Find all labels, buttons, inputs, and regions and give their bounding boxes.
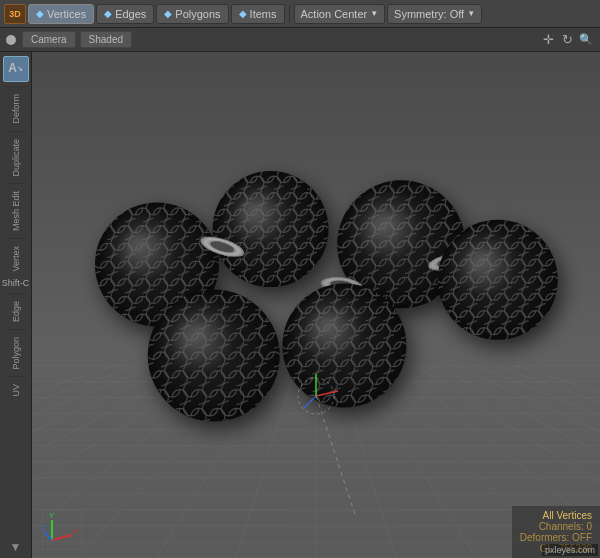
- move-icon[interactable]: ✛: [540, 32, 556, 48]
- axis-indicator: X Y Z: [42, 510, 82, 550]
- polygons-icon: ◆: [164, 8, 172, 19]
- main-layout: A↘ Deform Duplicate Mesh Edit Vertex Shi…: [0, 52, 600, 558]
- symmetry-label: Symmetry: Off: [394, 8, 464, 20]
- viewport-icons: ✛ ↻ 🔍: [540, 32, 594, 48]
- sidebar-sep-7: [4, 376, 28, 377]
- sidebar-sep-6: [4, 329, 28, 330]
- tab-vertices[interactable]: ◆ Vertices: [28, 4, 94, 24]
- tool-edge-label[interactable]: Edge: [11, 298, 21, 325]
- svg-line-0: [52, 535, 72, 540]
- tool-uv-label[interactable]: UV: [11, 381, 21, 400]
- tab-items[interactable]: ◆ Items: [231, 4, 285, 24]
- camera-button[interactable]: Camera: [22, 31, 76, 48]
- sidebar-bottom-arrow[interactable]: ▼: [10, 540, 22, 554]
- svg-text:Z: Z: [42, 523, 47, 532]
- sidebar-sep-4: [4, 238, 28, 239]
- tool-mesh-edit-label[interactable]: Mesh Edit: [11, 188, 21, 234]
- edges-icon: ◆: [104, 8, 112, 19]
- svg-line-4: [44, 532, 52, 540]
- viewport[interactable]: All Vertices Channels: 0 Deformers: OFF …: [32, 52, 600, 558]
- shift-c-label[interactable]: Shift-C: [1, 277, 31, 289]
- vertices-icon: ◆: [36, 8, 44, 19]
- view-indicator: [6, 35, 16, 45]
- watermark: pxleyes.com: [542, 544, 598, 556]
- tool-duplicate-label[interactable]: Duplicate: [11, 136, 21, 180]
- polygons-label: Polygons: [175, 8, 220, 20]
- tool-vertex-label[interactable]: Vertex: [11, 243, 21, 275]
- sidebar-sep-5: [4, 293, 28, 294]
- items-label: Items: [250, 8, 277, 20]
- tab-edges[interactable]: ◆ Edges: [96, 4, 154, 24]
- tool-select[interactable]: A↘: [3, 56, 29, 82]
- svg-text:Y: Y: [49, 511, 55, 520]
- toolbar-separator-1: [289, 5, 290, 23]
- status-line-3: Deformers: OFF: [520, 532, 592, 543]
- status-line-2: Channels: 0: [520, 521, 592, 532]
- sidebar-sep-1: [4, 86, 28, 87]
- symmetry-dropdown[interactable]: Symmetry: Off ▼: [387, 4, 482, 24]
- shaded-label: Shaded: [89, 34, 123, 45]
- tool-deform-label[interactable]: Deform: [11, 91, 21, 127]
- svg-text:X: X: [73, 527, 79, 536]
- shaded-button[interactable]: Shaded: [80, 31, 132, 48]
- top-toolbar: 3D ◆ Vertices ◆ Edges ◆ Polygons ◆ Items…: [0, 0, 600, 28]
- edges-label: Edges: [115, 8, 146, 20]
- tool-polygon-label[interactable]: Polygon: [11, 334, 21, 373]
- sidebar-sep-3: [4, 183, 28, 184]
- viewport-canvas: [32, 52, 600, 558]
- second-toolbar: Camera Shaded ✛ ↻ 🔍: [0, 28, 600, 52]
- symmetry-arrow-icon: ▼: [467, 9, 475, 18]
- logo-btn[interactable]: 3D: [4, 4, 26, 24]
- items-icon: ◆: [239, 8, 247, 19]
- zoom-icon[interactable]: 🔍: [578, 32, 594, 48]
- dropdown-arrow-icon: ▼: [370, 9, 378, 18]
- status-line-1: All Vertices: [520, 510, 592, 521]
- watermark-text: pxleyes.com: [545, 545, 595, 555]
- vertices-label: Vertices: [47, 8, 86, 20]
- rotate-icon[interactable]: ↻: [559, 32, 575, 48]
- action-center-label: Action Center: [301, 8, 368, 20]
- camera-label: Camera: [31, 34, 67, 45]
- tab-polygons[interactable]: ◆ Polygons: [156, 4, 228, 24]
- left-sidebar: A↘ Deform Duplicate Mesh Edit Vertex Shi…: [0, 52, 32, 558]
- action-center-dropdown[interactable]: Action Center ▼: [294, 4, 386, 24]
- sidebar-sep-2: [4, 131, 28, 132]
